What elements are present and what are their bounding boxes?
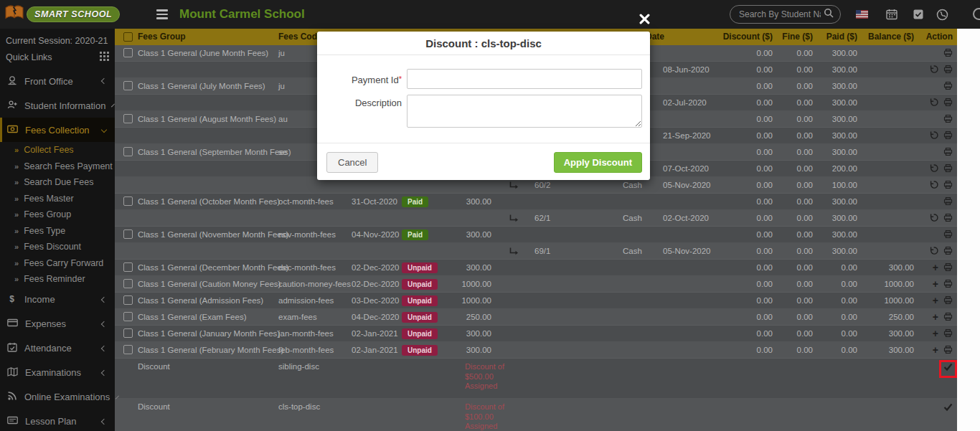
sidebar-subitem-search-fees-payment[interactable]: »Search Fees Payment <box>0 158 115 175</box>
discount-cell: 0.00 <box>721 210 773 226</box>
printer-icon[interactable] <box>943 81 953 92</box>
sidebar-item-income[interactable]: $Income <box>0 288 115 312</box>
printer-icon[interactable] <box>943 279 953 290</box>
printer-icon[interactable] <box>943 229 953 240</box>
close-icon[interactable] <box>639 14 651 25</box>
printer-icon[interactable] <box>943 65 953 75</box>
double-arrow-icon: » <box>14 210 19 219</box>
sidebar-item-expenses[interactable]: Expenses <box>0 312 115 336</box>
row-checkbox[interactable] <box>123 345 133 354</box>
printer-icon[interactable] <box>943 114 953 125</box>
plus-icon[interactable]: + <box>933 313 938 322</box>
row-checkbox[interactable] <box>123 262 133 272</box>
profile-partial-icon[interactable] <box>973 8 980 20</box>
sidebar-subitem-fees-carry-forward[interactable]: »Fees Carry Forward <box>0 255 115 272</box>
balance-cell: 300.00 <box>856 260 914 275</box>
printer-icon[interactable] <box>943 213 953 224</box>
plus-icon[interactable]: + <box>933 346 938 355</box>
row-checkbox[interactable] <box>123 81 133 90</box>
printer-icon[interactable] <box>943 164 953 174</box>
printer-icon[interactable] <box>943 295 953 306</box>
undo-icon[interactable] <box>929 180 938 191</box>
sidebar-item-lesson-plan[interactable]: Lesson Plan <box>0 409 115 431</box>
brand-logo[interactable]: SMART SCHOOL <box>4 4 120 24</box>
student-search[interactable] <box>730 5 841 24</box>
sidebar-item-fees-collection[interactable]: Fees Collection <box>0 118 115 142</box>
undo-icon[interactable] <box>929 246 938 257</box>
fine-cell: 0.00 <box>771 161 813 176</box>
row-checkbox[interactable] <box>123 147 133 156</box>
printer-icon[interactable] <box>943 48 953 59</box>
check-icon[interactable] <box>943 402 953 413</box>
search-icon[interactable] <box>824 8 834 21</box>
printer-icon[interactable] <box>943 312 953 323</box>
apply-discount-button[interactable]: Apply Discount <box>554 152 642 173</box>
cancel-button[interactable]: Cancel <box>326 152 378 173</box>
plus-icon[interactable]: + <box>933 263 938 273</box>
printer-icon[interactable] <box>943 147 953 158</box>
sidebar-subitem-search-due-fees[interactable]: »Search Due Fees <box>0 174 115 191</box>
payment-date-cell: 05-Nov-2020 <box>663 243 710 259</box>
sidebar-item-examinations[interactable]: Examinations <box>0 361 115 385</box>
printer-icon[interactable] <box>943 246 953 257</box>
payment-id-label: Payment Id* <box>317 75 402 85</box>
sidebar-subitem-fees-group[interactable]: »Fees Group <box>0 207 115 223</box>
undo-icon[interactable] <box>929 164 938 174</box>
double-arrow-icon: » <box>14 146 19 154</box>
plus-icon[interactable]: + <box>933 329 938 338</box>
us-flag-icon[interactable] <box>856 9 868 21</box>
printer-icon[interactable] <box>943 131 953 141</box>
double-arrow-icon: » <box>14 227 19 235</box>
sidebar-subitem-fees-master[interactable]: »Fees Master <box>0 191 115 207</box>
sidebar-subitem-fees-discount[interactable]: »Fees Discount <box>0 239 115 255</box>
action-cell: + <box>924 293 957 308</box>
plus-icon[interactable]: + <box>933 296 938 306</box>
undo-icon[interactable] <box>929 131 938 141</box>
payment-id-field[interactable] <box>407 69 642 89</box>
undo-icon[interactable] <box>929 98 938 108</box>
fees-group-cell: Class 1 General (Caution Money Fees) <box>138 276 281 292</box>
discount-cell: 0.00 <box>721 243 773 259</box>
printer-icon[interactable] <box>943 328 953 339</box>
row-checkbox[interactable] <box>123 312 133 321</box>
undo-icon[interactable] <box>929 65 938 75</box>
school-title: Mount Carmel School <box>179 7 305 22</box>
row-checkbox[interactable] <box>123 48 133 57</box>
row-checkbox[interactable] <box>123 114 133 123</box>
sidebar-subitem-collect-fees[interactable]: »Collect Fees <box>0 142 115 158</box>
printer-icon[interactable] <box>943 196 953 207</box>
sidebar-item-student-information[interactable]: Student Information <box>0 93 115 118</box>
fees-group-cell: Class 1 General (Admission Fees) <box>138 293 263 308</box>
undo-icon[interactable] <box>929 213 938 224</box>
column-header-action: Action <box>924 29 953 45</box>
whatsapp-icon[interactable] <box>936 9 948 21</box>
row-checkbox[interactable] <box>123 229 133 239</box>
description-field[interactable] <box>407 95 642 128</box>
printer-icon[interactable] <box>943 345 953 356</box>
search-input[interactable] <box>739 9 821 19</box>
fees-code-cell: admission-fees <box>278 293 334 308</box>
table-row-payment-62-1: 62/1Cash02-Oct-20200.000.00300.00 <box>115 210 957 227</box>
row-checkbox[interactable] <box>123 196 133 206</box>
sidebar-subitem-fees-reminder[interactable]: »Fees Reminder <box>0 271 115 288</box>
printer-icon[interactable] <box>943 262 953 273</box>
printer-icon[interactable] <box>943 98 953 108</box>
plus-icon[interactable]: + <box>933 280 938 289</box>
sidebar-subitem-fees-type[interactable]: »Fees Type <box>0 223 115 240</box>
paid-cell: 300.00 <box>811 128 857 143</box>
row-checkbox[interactable] <box>123 295 133 305</box>
sidebar-item-online-examinations[interactable]: Online Examinations <box>0 385 115 409</box>
fine-cell: 0.00 <box>771 177 813 193</box>
row-checkbox[interactable] <box>123 279 133 288</box>
sidebar-item-front-office[interactable]: Front Office <box>0 69 115 93</box>
hamburger-icon[interactable] <box>156 9 168 22</box>
select-all-checkbox[interactable] <box>123 32 133 42</box>
calendar-icon[interactable] <box>886 9 898 21</box>
sidebar-item-attendance[interactable]: Attendance <box>0 336 115 361</box>
paid-cell: 300.00 <box>811 45 857 61</box>
quick-links-grid-icon[interactable] <box>100 52 109 63</box>
sub-payment-arrow-icon <box>509 210 519 226</box>
printer-icon[interactable] <box>943 180 953 191</box>
task-check-icon[interactable] <box>913 9 925 21</box>
row-checkbox[interactable] <box>123 328 133 338</box>
